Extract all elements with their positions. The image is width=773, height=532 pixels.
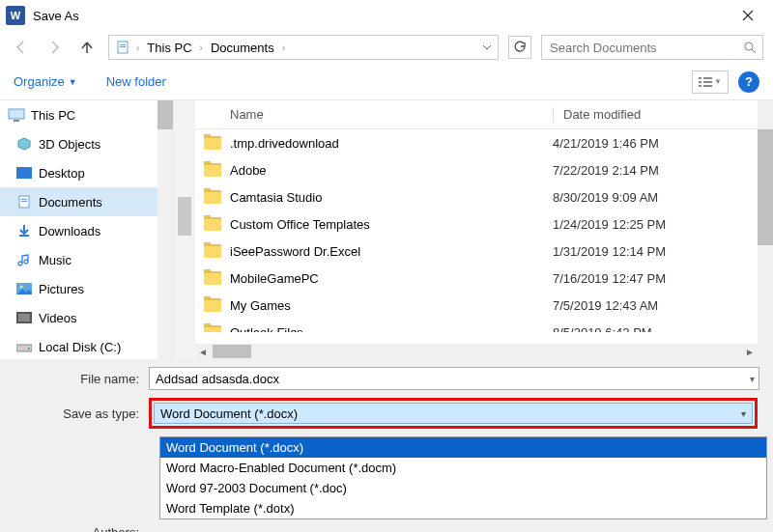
file-row[interactable]: Custom Office Templates1/24/2019 12:25 P… xyxy=(195,210,773,238)
scroll-left-icon[interactable]: ◄ xyxy=(195,344,211,359)
file-row[interactable]: MobileGamePC7/16/2019 12:47 PM xyxy=(195,265,773,292)
folder-icon xyxy=(195,217,230,231)
tree-this-pc[interactable]: This PC xyxy=(0,100,173,129)
svg-rect-7 xyxy=(703,81,712,83)
file-pane: Name Date modified .tmp.drivedownload4/2… xyxy=(195,100,773,359)
file-row[interactable]: Outlook Files8/5/2019 6:42 PM xyxy=(195,319,773,332)
svg-rect-6 xyxy=(699,81,701,83)
folder-icon xyxy=(195,298,230,312)
music-icon xyxy=(15,252,33,267)
tree-label: Documents xyxy=(39,195,102,210)
view-options-button[interactable]: ▼ xyxy=(692,70,729,94)
tree-music[interactable]: Music xyxy=(0,245,173,274)
tree-label: Videos xyxy=(39,311,77,325)
up-button[interactable] xyxy=(75,36,99,59)
tree-scrollbar[interactable] xyxy=(157,100,173,359)
folder-icon xyxy=(195,244,230,258)
tree-label: Downloads xyxy=(39,224,100,238)
horizontal-scrollbar[interactable]: ◄ ► xyxy=(195,344,758,359)
help-button[interactable]: ? xyxy=(738,71,759,93)
title-bar: W Save As xyxy=(0,0,773,31)
svg-point-18 xyxy=(20,286,23,289)
chevron-down-icon: ▼ xyxy=(69,77,77,87)
file-name: Adobe xyxy=(230,163,553,178)
highlight-box: Word Document (*.docx) ▾ xyxy=(149,398,758,429)
file-date: 1/24/2019 12:25 PM xyxy=(553,217,773,232)
computer-icon xyxy=(8,107,25,123)
file-name: Outlook Files xyxy=(230,325,553,333)
tree-pictures[interactable]: Pictures xyxy=(0,274,173,303)
close-button[interactable] xyxy=(729,2,767,29)
splitter[interactable] xyxy=(174,100,195,359)
type-option[interactable]: Word Template (*.dotx) xyxy=(160,498,766,518)
dialog-title: Save As xyxy=(33,9,79,23)
svg-rect-5 xyxy=(703,77,712,79)
save-as-type-dropdown: Word Document (*.docx)Word Macro-Enabled… xyxy=(159,436,767,519)
new-folder-button[interactable]: New folder xyxy=(106,74,166,89)
column-headers[interactable]: Name Date modified xyxy=(195,100,773,129)
address-bar[interactable]: › This PC › Documents › xyxy=(108,35,499,60)
breadcrumb-this-pc[interactable]: This PC xyxy=(145,41,193,55)
filename-value: Addsad adsasda.docx xyxy=(156,372,279,386)
svg-rect-14 xyxy=(21,199,27,200)
svg-rect-2 xyxy=(120,46,126,47)
svg-rect-10 xyxy=(9,109,24,119)
tree-label: 3D Objects xyxy=(39,137,100,152)
tree-local-disk[interactable]: Local Disk (C:) xyxy=(0,332,173,359)
file-row[interactable]: My Games7/5/2019 12:43 AM xyxy=(195,292,773,319)
file-name: iSeePassword Dr.Excel xyxy=(230,244,553,259)
search-icon xyxy=(743,41,757,54)
type-option[interactable]: Word Macro-Enabled Document (*.docm) xyxy=(160,458,766,478)
file-name: MobileGamePC xyxy=(230,271,553,286)
drive-icon xyxy=(15,339,33,354)
save-as-type-select[interactable]: Word Document (*.docx) ▾ xyxy=(154,403,753,424)
svg-rect-16 xyxy=(19,235,29,237)
svg-point-3 xyxy=(745,42,753,50)
cube-icon xyxy=(15,136,33,152)
documents-icon xyxy=(15,194,33,210)
search-box[interactable] xyxy=(541,35,763,60)
tree-3d-objects[interactable]: 3D Objects xyxy=(0,129,173,158)
toolbar: Organize▼ New folder ▼ ? xyxy=(0,64,773,100)
file-row[interactable]: .tmp.drivedownload4/21/2019 1:46 PM xyxy=(195,129,773,156)
tree-videos[interactable]: Videos xyxy=(0,303,173,332)
file-name: My Games xyxy=(230,298,553,313)
filename-input[interactable]: Addsad adsasda.docx ▾ xyxy=(149,367,759,390)
search-input[interactable] xyxy=(548,40,743,56)
vertical-scrollbar[interactable] xyxy=(758,100,773,359)
file-date: 1/31/2019 12:14 PM xyxy=(553,244,773,259)
forward-button[interactable] xyxy=(43,36,66,59)
svg-rect-9 xyxy=(703,85,712,87)
chevron-down-icon[interactable]: ▾ xyxy=(750,374,755,384)
organize-menu[interactable]: Organize▼ xyxy=(14,74,77,89)
chevron-right-icon: › xyxy=(280,42,287,53)
tree-label: Pictures xyxy=(39,282,84,296)
chevron-right-icon: › xyxy=(134,42,141,53)
column-date[interactable]: Date modified xyxy=(554,107,773,122)
chevron-down-icon[interactable]: ▾ xyxy=(741,408,746,419)
file-row[interactable]: Camtasia Studio8/30/2019 9:09 AM xyxy=(195,183,773,210)
tree-documents[interactable]: Documents xyxy=(0,187,173,216)
svg-rect-8 xyxy=(699,85,701,87)
back-button[interactable] xyxy=(10,36,33,59)
file-date: 7/22/2019 2:14 PM xyxy=(553,163,773,178)
file-row[interactable]: Adobe7/22/2019 2:14 PM xyxy=(195,156,773,183)
downloads-icon xyxy=(15,223,33,238)
tree-desktop[interactable]: Desktop xyxy=(0,158,173,187)
tree-downloads[interactable]: Downloads xyxy=(0,216,173,245)
chevron-down-icon: ▼ xyxy=(714,77,722,86)
type-option[interactable]: Word 97-2003 Document (*.doc) xyxy=(160,478,766,498)
column-name[interactable]: Name xyxy=(195,107,553,122)
svg-rect-22 xyxy=(28,348,30,350)
refresh-button[interactable] xyxy=(508,36,531,59)
type-option[interactable]: Word Document (*.docx) xyxy=(160,437,766,458)
navigation-tree: This PC 3D Objects Desktop Documents Dow… xyxy=(0,100,174,359)
tree-label: This PC xyxy=(31,108,75,123)
breadcrumb-documents[interactable]: Documents xyxy=(209,41,276,55)
scroll-right-icon[interactable]: ► xyxy=(742,344,758,359)
filename-label: File name: xyxy=(14,372,149,386)
word-app-icon: W xyxy=(6,6,25,25)
chevron-down-icon[interactable] xyxy=(482,42,492,52)
file-row[interactable]: iSeePassword Dr.Excel1/31/2019 12:14 PM xyxy=(195,238,773,265)
file-name: Camtasia Studio xyxy=(230,190,553,205)
